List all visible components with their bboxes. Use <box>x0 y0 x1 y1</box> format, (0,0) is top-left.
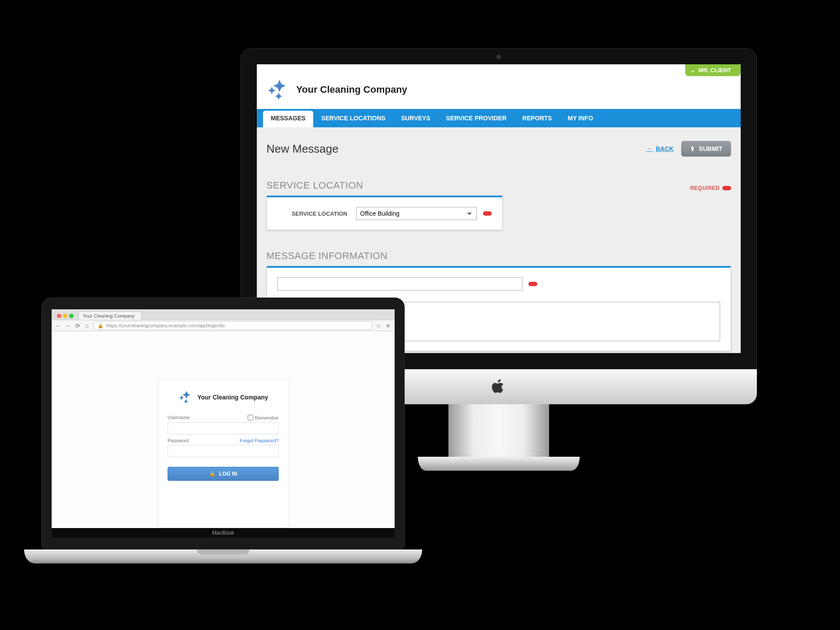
user-name: MR. CLIENT <box>699 67 731 74</box>
home-icon[interactable]: ⌂ <box>84 322 90 329</box>
lock-icon: 🔒 <box>209 471 216 477</box>
minimize-window-icon[interactable] <box>63 314 67 318</box>
page-header: New Message ← BACK ⬆ SUBMIT <box>257 127 741 162</box>
nav-tab-my-info[interactable]: MY INFO <box>560 109 601 127</box>
submit-button[interactable]: ⬆ SUBMIT <box>681 141 731 157</box>
back-link[interactable]: ← BACK <box>646 145 673 153</box>
section-service-location-heading: SERVICE LOCATION REQUIRED <box>266 180 731 191</box>
password-input[interactable] <box>168 445 279 457</box>
username-row: Username Remember <box>168 415 279 420</box>
nav-tab-service-locations[interactable]: SERVICE LOCATIONS <box>313 109 393 127</box>
remember-toggle[interactable]: Remember <box>248 415 279 420</box>
main-nav: MESSAGES SERVICE LOCATIONS SURVEYS SERVI… <box>257 109 741 127</box>
message-title-input[interactable] <box>277 277 522 290</box>
service-location-card: SERVICE LOCATION Office Building <box>266 196 503 230</box>
section-message-info-heading: MESSAGE INFORMATION <box>266 250 731 262</box>
username-input[interactable] <box>168 422 279 434</box>
user-menu[interactable]: ⌄ MR. CLIENT <box>685 64 741 76</box>
browser-toolbar: ← → ⟳ ⌂ 🔒 https://yourcleaningcompany.ex… <box>52 320 395 331</box>
arrow-left-icon: ← <box>646 145 653 153</box>
close-window-icon[interactable] <box>57 314 61 318</box>
browser-tab[interactable]: Your Cleaning Company <box>79 312 141 320</box>
login-brand-name: Your Cleaning Company <box>197 394 268 401</box>
laptop: Your Cleaning Company ← → ⟳ ⌂ 🔒 https://… <box>42 298 405 564</box>
required-legend: REQUIRED <box>690 185 731 191</box>
back-label: BACK <box>656 145 673 152</box>
password-label: Password <box>168 438 189 443</box>
remember-checkbox[interactable] <box>248 415 253 420</box>
nav-tab-reports[interactable]: REPORTS <box>514 109 560 127</box>
forgot-password-link[interactable]: Forgot Password? <box>240 438 279 443</box>
required-marker-icon <box>528 282 537 286</box>
menu-icon[interactable]: ≡ <box>385 322 391 329</box>
upload-icon: ⬆ <box>690 145 695 152</box>
browser-tabstrip: Your Cleaning Company <box>52 309 395 320</box>
nav-forward-icon[interactable]: → <box>65 322 71 329</box>
maximize-window-icon[interactable] <box>69 314 74 318</box>
window-controls <box>54 314 76 320</box>
monitor-stand <box>448 404 549 471</box>
brand-header: Your Cleaning Company <box>257 64 741 109</box>
service-location-select[interactable]: Office Building <box>356 207 477 220</box>
sparkle-logo-icon <box>178 389 194 405</box>
submit-label: SUBMIT <box>699 145 722 152</box>
lock-icon: 🔒 <box>98 323 104 329</box>
nav-tab-service-provider[interactable]: SERVICE PROVIDER <box>438 109 514 127</box>
bookmark-icon[interactable]: ☆ <box>375 322 382 329</box>
username-label: Username <box>168 415 190 420</box>
page-title: New Message <box>266 142 339 156</box>
login-brand: Your Cleaning Company <box>168 389 279 405</box>
section-heading-text: SERVICE LOCATION <box>266 180 363 191</box>
url-text: https://yourcleaningcompany.example.com/… <box>106 323 225 328</box>
laptop-screen: Your Cleaning Company ← → ⟳ ⌂ 🔒 https://… <box>52 309 395 528</box>
required-label: REQUIRED <box>690 185 720 191</box>
password-row: Password Forgot Password? <box>168 438 279 443</box>
login-page: Your Cleaning Company Username Remember … <box>52 331 395 528</box>
nav-tab-messages[interactable]: MESSAGES <box>263 111 313 127</box>
service-location-label: SERVICE LOCATION <box>277 210 347 217</box>
nav-back-icon[interactable]: ← <box>55 322 61 329</box>
nav-tab-surveys[interactable]: SURVEYS <box>393 109 438 127</box>
brand-name: Your Cleaning Company <box>296 84 407 95</box>
chevron-down-icon: ⌄ <box>690 67 695 74</box>
required-marker-icon <box>483 211 492 216</box>
laptop-lid: Your Cleaning Company ← → ⟳ ⌂ 🔒 https://… <box>42 298 405 550</box>
laptop-notch <box>197 550 249 555</box>
address-bar[interactable]: 🔒 https://yourcleaningcompany.example.co… <box>94 321 372 330</box>
page-actions: ← BACK ⬆ SUBMIT <box>646 141 731 157</box>
remember-label: Remember <box>255 415 279 420</box>
login-card: Your Cleaning Company Username Remember … <box>158 379 289 528</box>
required-marker-icon <box>722 186 731 190</box>
reload-icon[interactable]: ⟳ <box>74 322 80 329</box>
login-button[interactable]: 🔒 LOG IN <box>168 467 279 481</box>
camera-dot <box>497 55 501 59</box>
login-button-label: LOG IN <box>219 471 237 477</box>
laptop-model-label: MacBook <box>52 528 395 538</box>
section-heading-text: MESSAGE INFORMATION <box>266 250 388 262</box>
laptop-base <box>24 550 422 564</box>
apple-logo-icon <box>491 378 506 396</box>
sparkle-logo-icon <box>266 77 291 102</box>
